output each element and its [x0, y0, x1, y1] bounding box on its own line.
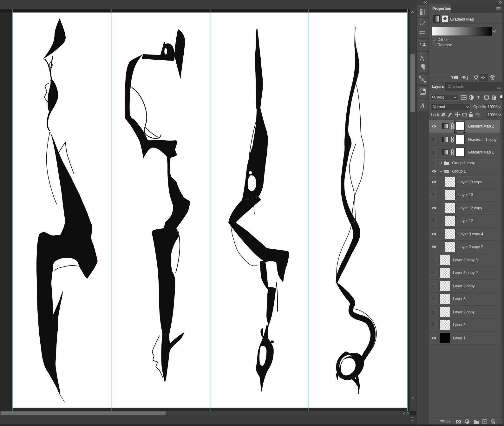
- svg-text:fx: fx: [447, 419, 451, 424]
- svg-text:A: A: [420, 102, 425, 109]
- svg-text:T: T: [477, 95, 480, 100]
